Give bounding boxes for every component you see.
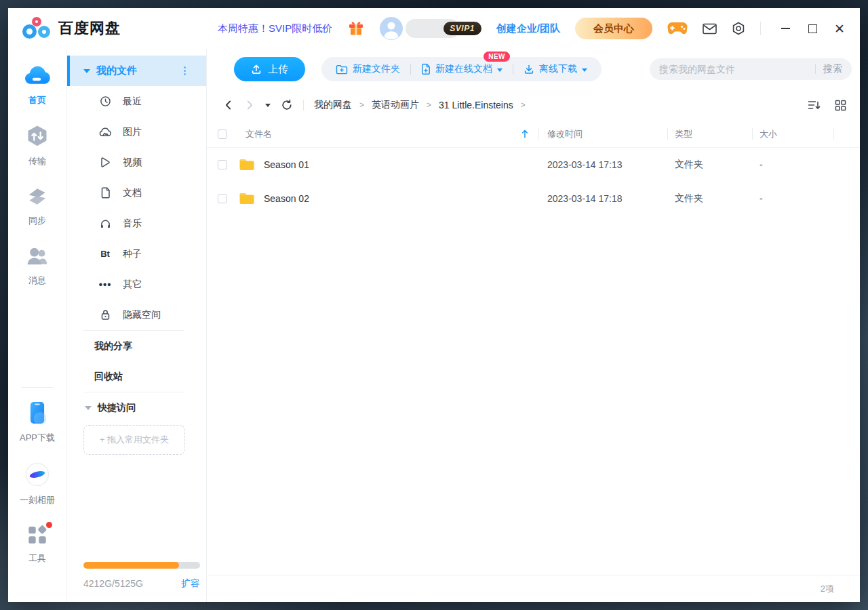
- file-modified-time: 2023-03-14 17:13: [539, 159, 668, 170]
- close-button[interactable]: ✕: [834, 23, 845, 34]
- breadcrumb-item[interactable]: 31 Little.Einsteins: [439, 100, 513, 110]
- sort-order-icon[interactable]: [808, 100, 821, 110]
- upload-label: 上传: [268, 63, 288, 76]
- maximize-button[interactable]: [807, 23, 818, 34]
- search-divider: [815, 64, 816, 74]
- upload-button[interactable]: 上传: [234, 57, 305, 81]
- new-doc-icon: [421, 64, 431, 75]
- column-header-size[interactable]: 大小: [753, 121, 834, 147]
- new-folder-button[interactable]: 新建文件夹: [326, 63, 410, 75]
- drop-favorite-folder-zone[interactable]: + 拖入常用文件夹: [83, 425, 185, 455]
- sidebar-item-images[interactable]: 图片: [67, 117, 206, 147]
- album-lens-icon: [25, 462, 50, 489]
- collapse-arrow-icon[interactable]: [85, 406, 92, 410]
- member-center-button[interactable]: 会员中心: [575, 18, 652, 39]
- sidebar-item-music[interactable]: 音乐: [67, 208, 206, 239]
- window-controls: ✕: [776, 23, 849, 34]
- rail-item-home[interactable]: 首页: [23, 65, 52, 106]
- rail-label: APP下载: [20, 432, 55, 444]
- app-title: 百度网盘: [58, 18, 121, 39]
- storage-usage-text: 4212G/5125G: [83, 578, 143, 589]
- rail-item-app-download[interactable]: APP下载: [20, 401, 55, 444]
- transfer-icon: [25, 125, 50, 150]
- app-window: 百度网盘 本周特惠！SVIP限时低价 SVIP1 创建企业/团队 会员中心: [8, 8, 860, 602]
- new-actions-group: 新建文件夹 NEW 新建在线文档: [321, 57, 601, 81]
- play-icon: [99, 157, 111, 168]
- file-list-header: 文件名 修改时间 类型 大小: [207, 121, 860, 148]
- sidebar-item-label: 种子: [123, 248, 142, 260]
- search-button[interactable]: 搜索: [823, 63, 842, 75]
- forward-button[interactable]: [244, 100, 255, 110]
- file-list: Season 01 2023-03-14 17:13 文件夹 - Season …: [207, 148, 860, 575]
- minimize-button[interactable]: [780, 23, 791, 34]
- select-all-checkbox[interactable]: [218, 129, 227, 139]
- column-header-name[interactable]: 文件名: [207, 121, 539, 147]
- sidebar-item-label: 最近: [123, 96, 142, 108]
- baidu-netdisk-logo-icon: [22, 17, 52, 40]
- rail-label: 首页: [28, 94, 46, 106]
- rail-item-messages[interactable]: 消息: [25, 245, 50, 287]
- sidebar-item-videos[interactable]: 视频: [67, 147, 206, 178]
- game-center-icon[interactable]: [667, 22, 688, 35]
- file-name[interactable]: Season 01: [264, 159, 309, 170]
- new-online-doc-button[interactable]: NEW 新建在线文档: [411, 63, 513, 75]
- download-icon: [524, 64, 534, 75]
- rail-item-photo-album[interactable]: 一刻相册: [20, 462, 55, 506]
- file-size: -: [753, 193, 834, 204]
- title-bar: 百度网盘 本周特惠！SVIP限时低价 SVIP1 创建企业/团队 会员中心: [8, 8, 860, 49]
- search-input[interactable]: [659, 64, 808, 75]
- rail-item-sync[interactable]: 同步: [25, 186, 50, 227]
- sidebar-item-label: 图片: [123, 126, 142, 138]
- settings-gear-icon[interactable]: [732, 22, 745, 35]
- grid-view-icon[interactable]: [835, 100, 846, 111]
- bt-icon: Bt: [99, 249, 111, 259]
- sidebar-item-other[interactable]: ••• 其它: [67, 269, 206, 300]
- rail-item-transfer[interactable]: 传输: [25, 125, 50, 167]
- row-checkbox[interactable]: [218, 194, 227, 203]
- sidebar-item-my-files[interactable]: 我的文件: [67, 56, 206, 86]
- column-label: 文件名: [245, 128, 272, 140]
- sidebar-item-documents[interactable]: 文档: [67, 178, 206, 208]
- sidebar-item-torrents[interactable]: Bt 种子: [67, 239, 206, 269]
- svip-promo-link[interactable]: 本周特惠！SVIP限时低价: [218, 22, 332, 35]
- expand-storage-link[interactable]: 扩容: [181, 577, 200, 590]
- breadcrumb-separator: >: [521, 100, 526, 110]
- file-type: 文件夹: [668, 159, 753, 171]
- sidebar-item-recent[interactable]: 最近: [67, 86, 206, 117]
- refresh-button[interactable]: [281, 99, 293, 111]
- breadcrumb-item[interactable]: 我的网盘: [314, 99, 352, 111]
- mail-notifications-icon[interactable]: [703, 23, 717, 35]
- back-button[interactable]: [223, 100, 234, 110]
- history-dropdown-icon[interactable]: [265, 104, 271, 107]
- sidebar-item-recycle-bin[interactable]: 回收站: [67, 361, 206, 392]
- file-name[interactable]: Season 02: [264, 193, 309, 204]
- search-box[interactable]: 搜索: [650, 58, 852, 80]
- user-avatar[interactable]: [380, 17, 403, 40]
- breadcrumb-divider: [303, 100, 304, 110]
- row-checkbox[interactable]: [218, 160, 227, 169]
- gift-icon[interactable]: [347, 20, 365, 37]
- collapse-arrow-icon[interactable]: [83, 69, 90, 73]
- breadcrumb-item[interactable]: 英语动画片: [372, 99, 419, 111]
- create-team-link[interactable]: 创建企业/团队: [496, 22, 560, 35]
- rail-item-tools[interactable]: 工具: [27, 525, 47, 565]
- table-row[interactable]: Season 02 2023-03-14 17:18 文件夹 -: [207, 182, 860, 216]
- sidebar-item-hidden-space[interactable]: 隐藏空间: [67, 300, 206, 330]
- column-header-type[interactable]: 类型: [668, 121, 753, 147]
- column-header-spacer: [834, 121, 860, 147]
- offline-download-button[interactable]: 离线下载: [513, 63, 597, 75]
- storage-usage-bar[interactable]: [83, 562, 200, 569]
- folder-icon: [239, 192, 255, 205]
- sort-ascending-icon[interactable]: [521, 129, 528, 138]
- dropdown-caret-icon: [497, 68, 502, 72]
- column-header-time[interactable]: 修改时间: [539, 121, 668, 147]
- table-row[interactable]: Season 01 2023-03-14 17:13 文件夹 -: [207, 148, 860, 182]
- rail-label: 工具: [28, 552, 46, 565]
- new-folder-icon: [336, 64, 348, 75]
- user-account-area[interactable]: SVIP1: [380, 17, 481, 40]
- dropdown-caret-icon: [582, 68, 587, 72]
- rail-label: 一刻相册: [20, 494, 55, 506]
- sidebar-item-my-shares[interactable]: 我的分享: [67, 331, 206, 361]
- sidebar-quick-access-header[interactable]: 快捷访问: [67, 392, 206, 423]
- more-options-icon[interactable]: [184, 66, 186, 75]
